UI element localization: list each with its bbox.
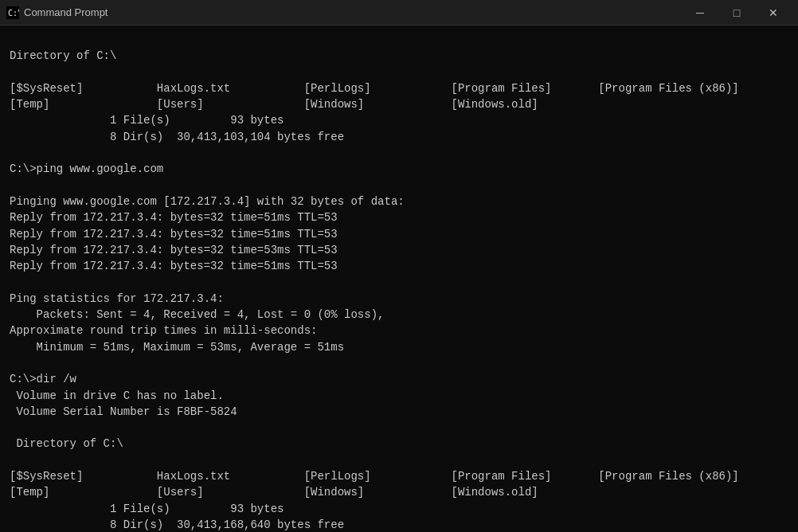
titlebar: C:\ Command Prompt ─ □ ✕	[0, 0, 798, 25]
minimize-button[interactable]: ─	[682, 0, 718, 25]
maximize-button[interactable]: □	[718, 0, 755, 25]
titlebar-left: C:\ Command Prompt	[6, 6, 108, 19]
window-title: Command Prompt	[24, 6, 108, 18]
window-controls: ─ □ ✕	[682, 0, 792, 25]
terminal-output: Directory of C:\ [$SysReset] HaxLogs.txt…	[10, 32, 788, 532]
svg-text:C:\: C:\	[8, 9, 19, 18]
app-icon: C:\	[6, 6, 19, 19]
close-button[interactable]: ✕	[755, 0, 792, 25]
terminal-window[interactable]: Directory of C:\ [$SysReset] HaxLogs.txt…	[0, 25, 798, 532]
